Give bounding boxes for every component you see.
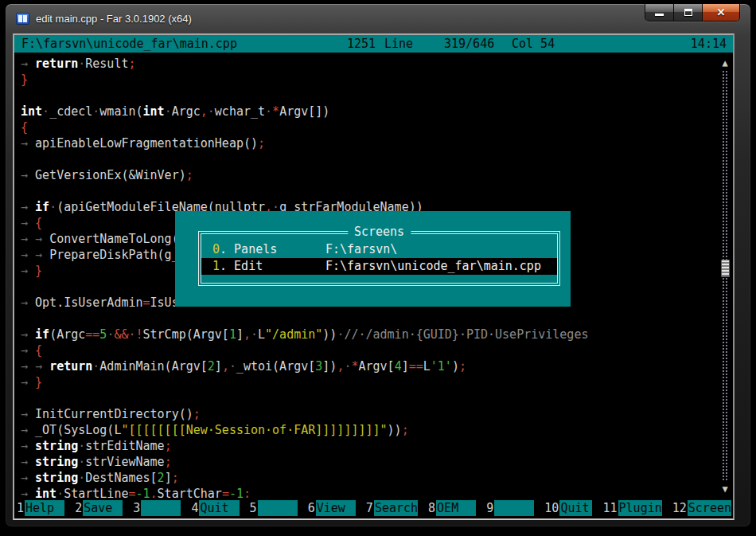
scroll-up-button[interactable]: ▲ (719, 56, 731, 70)
screens-list: 0. PanelsF:\farsvn\1. EditF:\farsvn\unic… (201, 241, 557, 275)
fkey-4-button[interactable]: 4Quit (190, 500, 239, 516)
screens-dialog-title: Screens (348, 225, 411, 239)
header-line-value: 319/646 (444, 35, 494, 53)
code-line (21, 151, 733, 167)
fkey-10-button[interactable]: 10Quit (544, 500, 592, 516)
arrow-down-icon: ▼ (722, 483, 727, 495)
code-line: → → return·AdminMain(Argv[2],·_wtoi(Argv… (21, 358, 733, 374)
code-line: → } (21, 374, 733, 390)
code-line: → string·strViewName; (21, 454, 733, 470)
fkey-7-button[interactable]: 7Search (365, 500, 418, 516)
code-line: → int·StartLine=-1,StartChar=-1; (21, 486, 733, 498)
code-line: → string·DestNames[2]; (21, 470, 733, 486)
far-app-icon (16, 13, 29, 25)
header-column: Col 54 (512, 35, 555, 53)
scroll-down-button[interactable]: ▼ (719, 482, 731, 496)
code-line: → string·strEditName; (21, 438, 733, 454)
screens-dialog-box: Screens 0. PanelsF:\farsvn\1. EditF:\far… (198, 231, 560, 286)
editor-status-bar: F:\farsvn\unicode_far\main.cpp 1251 Line… (14, 35, 733, 53)
window-controls: ✕ (645, 4, 740, 22)
minimize-icon (655, 14, 664, 16)
maximize-button[interactable] (674, 4, 703, 21)
code-line: → { (21, 342, 733, 358)
fkey-5-button[interactable]: 5 (249, 500, 298, 516)
fkey-11-button[interactable]: 11Plugin (602, 500, 661, 516)
code-line (21, 88, 733, 104)
code-line: → GetVersionEx(&WinVer); (21, 167, 733, 183)
code-line (21, 183, 733, 199)
fkey-1-button[interactable]: 1Help (16, 500, 64, 516)
arrow-up-icon: ▲ (722, 57, 727, 68)
code-line: → InitCurrentDirectory(); (21, 406, 733, 422)
header-clock: 14:14 (691, 35, 727, 53)
console: F:\farsvn\unicode_far\main.cpp 1251 Line… (13, 33, 735, 520)
header-line-label: Line (384, 35, 413, 53)
title-bar[interactable]: edit main.cpp - Far 3.0.1902 (x64) (6, 4, 750, 33)
scrollbar-track[interactable] (722, 70, 729, 482)
code-line: → _OT(SysLog(L"[[[[[[[[New·Session·of·FA… (21, 422, 733, 438)
screens-list-item[interactable]: 0. PanelsF:\farsvn\ (201, 241, 557, 258)
code-line: → apiEnableLowFragmentationHeap(); (21, 135, 733, 151)
screens-dialog: Screens 0. PanelsF:\farsvn\1. EditF:\far… (175, 211, 571, 307)
window-title: edit main.cpp - Far 3.0.1902 (x64) (36, 13, 192, 25)
fkey-3-button[interactable]: 3 (132, 500, 181, 516)
fkey-6-button[interactable]: 6View (307, 500, 356, 516)
far-window: edit main.cpp - Far 3.0.1902 (x64) ✕ F:\… (5, 3, 751, 527)
maximize-icon (684, 9, 692, 16)
code-line: → return·Result; (21, 56, 733, 72)
scrollbar-thumb[interactable] (721, 260, 730, 277)
scrollbar: ▲ ▼ (719, 56, 731, 496)
fkey-12-button[interactable]: 12Screen (672, 500, 731, 516)
screens-list-item[interactable]: 1. EditF:\farsvn\unicode_far\main.cpp (201, 258, 557, 275)
code-line: int·_cdecl·wmain(int·Argc,·wchar_t·*Argv… (21, 104, 733, 119)
fkey-9-button[interactable]: 9 (485, 500, 534, 516)
close-icon: ✕ (717, 7, 726, 18)
header-codepage: 1251 (347, 35, 376, 53)
keybar: 1Help2Save34Quit56View7Search8OEM910Quit… (14, 499, 733, 517)
code-line: → if(Argc==5·&&·!StrCmp(Argv[1],·L"/admi… (21, 327, 733, 342)
fkey-2-button[interactable]: 2Save (74, 500, 123, 516)
code-line (21, 390, 733, 406)
code-line (21, 311, 733, 327)
header-filename: F:\farsvn\unicode_far\main.cpp (21, 35, 237, 53)
code-line: } (21, 72, 733, 88)
code-line: { (21, 119, 733, 135)
minimize-button[interactable] (645, 4, 674, 21)
close-button[interactable]: ✕ (703, 4, 739, 21)
fkey-8-button[interactable]: 8OEM (427, 500, 476, 516)
